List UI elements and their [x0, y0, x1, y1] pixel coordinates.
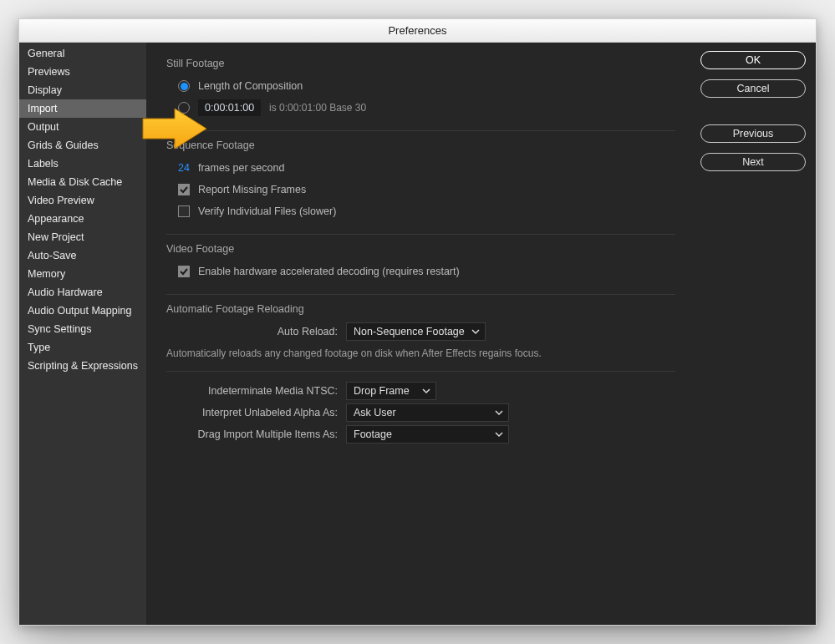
chevron-down-icon — [495, 430, 503, 439]
fps-label: frames per second — [198, 162, 285, 174]
sidebar-item-labels[interactable]: Labels — [19, 155, 146, 173]
next-button[interactable]: Next — [700, 153, 806, 171]
label-verify-files: Verify Individual Files (slower) — [198, 205, 336, 217]
preferences-body: GeneralPreviewsDisplayImportOutputGrids … — [19, 43, 816, 625]
sidebar-item-display[interactable]: Display — [19, 81, 146, 99]
previous-button[interactable]: Previous — [700, 124, 806, 143]
section-title-still: Still Footage — [166, 58, 675, 69]
label-report-missing: Report Missing Frames — [198, 184, 306, 195]
auto-reload-help: Automatically reloads any changed footag… — [166, 347, 675, 359]
window-title: Preferences — [19, 19, 816, 43]
checkbox-hw-decode[interactable] — [178, 266, 190, 277]
drag-select[interactable]: Footage — [346, 425, 509, 444]
drag-value: Footage — [354, 428, 392, 440]
ntsc-select[interactable]: Drop Frame — [346, 382, 436, 400]
cancel-button[interactable]: Cancel — [700, 79, 806, 98]
checkbox-report-missing[interactable] — [178, 184, 190, 195]
section-video-footage: Video Footage Enable hardware accelerate… — [166, 243, 675, 295]
alpha-value: Ask User — [354, 407, 396, 418]
drag-label: Drag Import Multiple Items As: — [166, 428, 338, 440]
sidebar-item-sync[interactable]: Sync Settings — [19, 320, 146, 338]
sidebar-item-grids[interactable]: Grids & Guides — [19, 136, 146, 155]
ntsc-label: Indeterminate Media NTSC: — [166, 385, 338, 397]
auto-reload-label: Auto Reload: — [166, 326, 338, 337]
chevron-down-icon — [495, 408, 503, 417]
fps-value[interactable]: 24 — [178, 162, 190, 174]
section-still-footage: Still Footage Length of Composition 0:00… — [166, 58, 675, 131]
section-title-sequence: Sequence Footage — [166, 139, 675, 151]
ok-button[interactable]: OK — [700, 51, 806, 69]
sidebar-item-output[interactable]: Output — [19, 118, 146, 136]
label-hw-decode: Enable hardware accelerated decoding (re… — [198, 266, 460, 277]
ntsc-value: Drop Frame — [354, 385, 410, 397]
still-time-hint: is 0:00:01:00 Base 30 — [269, 102, 366, 114]
section-title-video: Video Footage — [166, 243, 675, 255]
alpha-label: Interpret Unlabeled Alpha As: — [166, 407, 338, 418]
sidebar-item-import[interactable]: Import — [19, 99, 146, 118]
dialog-buttons: OK Cancel Previous Next — [690, 43, 816, 625]
section-misc-selects: Indeterminate Media NTSC: Drop Frame Int… — [166, 380, 675, 445]
sidebar-item-audiomap[interactable]: Audio Output Mapping — [19, 302, 146, 320]
sidebar-item-memory[interactable]: Memory — [19, 265, 146, 283]
alpha-select[interactable]: Ask User — [346, 403, 509, 422]
sidebar-item-appearance[interactable]: Appearance — [19, 210, 146, 228]
radio-length-of-composition-label: Length of Composition — [198, 80, 303, 92]
chevron-down-icon — [471, 327, 480, 336]
section-auto-reload: Automatic Footage Reloading Auto Reload:… — [166, 303, 675, 372]
auto-reload-value: Non-Sequence Footage — [354, 326, 465, 337]
sidebar-item-autosave[interactable]: Auto-Save — [19, 246, 146, 265]
chevron-down-icon — [422, 387, 430, 395]
section-title-auto-reload: Automatic Footage Reloading — [166, 303, 675, 315]
sidebar-item-media[interactable]: Media & Disk Cache — [19, 173, 146, 191]
still-time-field[interactable]: 0:00:01:00 — [198, 99, 261, 116]
sidebar-item-general[interactable]: General — [19, 44, 146, 63]
radio-fixed-time[interactable] — [178, 102, 190, 114]
main-panel: Still Footage Length of Composition 0:00… — [146, 43, 690, 625]
checkbox-verify-files[interactable] — [178, 205, 190, 217]
sidebar: GeneralPreviewsDisplayImportOutputGrids … — [19, 43, 146, 625]
sidebar-item-type[interactable]: Type — [19, 338, 146, 357]
sidebar-item-newproj[interactable]: New Project — [19, 228, 146, 246]
sidebar-item-previews[interactable]: Previews — [19, 63, 146, 81]
preferences-window: Preferences GeneralPreviewsDisplayImport… — [18, 18, 817, 626]
sidebar-item-script[interactable]: Scripting & Expressions — [19, 357, 146, 375]
sidebar-item-audiohw[interactable]: Audio Hardware — [19, 283, 146, 302]
section-sequence-footage: Sequence Footage 24 frames per second Re… — [166, 139, 675, 235]
sidebar-item-vprev[interactable]: Video Preview — [19, 191, 146, 210]
auto-reload-select[interactable]: Non-Sequence Footage — [346, 322, 486, 341]
radio-length-of-composition[interactable] — [178, 80, 190, 92]
